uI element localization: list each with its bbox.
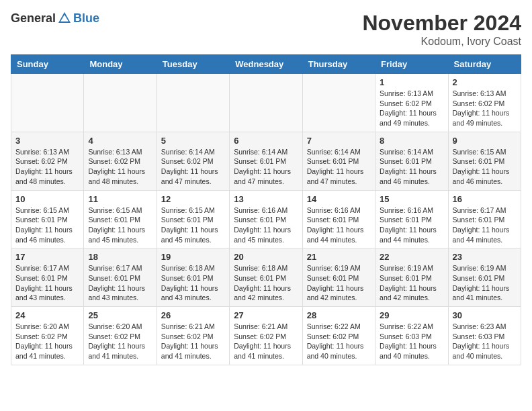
page-subtitle: Kodoum, Ivory Coast bbox=[362, 36, 521, 48]
day-number: 8 bbox=[380, 136, 443, 146]
calendar-cell bbox=[11, 74, 84, 132]
day-number: 10 bbox=[15, 194, 79, 204]
weekday-header: Monday bbox=[84, 55, 157, 74]
day-info: Sunrise: 6:16 AM Sunset: 6:01 PM Dayligh… bbox=[380, 205, 443, 245]
calendar-cell: 4Sunrise: 6:13 AM Sunset: 6:02 PM Daylig… bbox=[84, 132, 157, 190]
day-number: 1 bbox=[380, 77, 443, 87]
day-info: Sunrise: 6:17 AM Sunset: 6:01 PM Dayligh… bbox=[453, 205, 517, 245]
day-info: Sunrise: 6:15 AM Sunset: 6:01 PM Dayligh… bbox=[15, 205, 79, 245]
calendar-cell: 21Sunrise: 6:19 AM Sunset: 6:01 PM Dayli… bbox=[302, 248, 375, 307]
day-info: Sunrise: 6:21 AM Sunset: 6:02 PM Dayligh… bbox=[234, 322, 298, 361]
logo-icon bbox=[57, 11, 72, 26]
day-info: Sunrise: 6:13 AM Sunset: 6:02 PM Dayligh… bbox=[453, 89, 517, 128]
calendar-cell bbox=[302, 74, 375, 132]
day-info: Sunrise: 6:20 AM Sunset: 6:02 PM Dayligh… bbox=[15, 322, 79, 361]
day-number: 3 bbox=[15, 136, 79, 146]
day-number: 20 bbox=[234, 252, 298, 262]
day-number: 25 bbox=[88, 310, 152, 320]
calendar-cell: 28Sunrise: 6:22 AM Sunset: 6:02 PM Dayli… bbox=[302, 307, 375, 365]
day-number: 13 bbox=[234, 194, 298, 204]
day-number: 14 bbox=[307, 194, 371, 204]
calendar-cell: 5Sunrise: 6:14 AM Sunset: 6:02 PM Daylig… bbox=[157, 132, 229, 190]
day-info: Sunrise: 6:17 AM Sunset: 6:01 PM Dayligh… bbox=[88, 263, 152, 303]
day-info: Sunrise: 6:19 AM Sunset: 6:01 PM Dayligh… bbox=[307, 263, 371, 303]
day-number: 5 bbox=[161, 136, 225, 146]
calendar-cell: 2Sunrise: 6:13 AM Sunset: 6:02 PM Daylig… bbox=[448, 74, 521, 132]
weekday-header: Wednesday bbox=[230, 55, 302, 74]
calendar-cell: 18Sunrise: 6:17 AM Sunset: 6:01 PM Dayli… bbox=[84, 248, 157, 307]
calendar-cell: 22Sunrise: 6:19 AM Sunset: 6:01 PM Dayli… bbox=[375, 248, 448, 307]
calendar-cell: 29Sunrise: 6:22 AM Sunset: 6:03 PM Dayli… bbox=[375, 307, 448, 365]
calendar-cell: 7Sunrise: 6:14 AM Sunset: 6:01 PM Daylig… bbox=[302, 132, 375, 190]
day-number: 21 bbox=[307, 252, 371, 262]
day-info: Sunrise: 6:19 AM Sunset: 6:01 PM Dayligh… bbox=[453, 263, 517, 303]
day-info: Sunrise: 6:15 AM Sunset: 6:01 PM Dayligh… bbox=[88, 205, 152, 245]
weekday-header: Saturday bbox=[448, 55, 521, 74]
day-number: 15 bbox=[380, 194, 443, 204]
calendar-cell: 12Sunrise: 6:15 AM Sunset: 6:01 PM Dayli… bbox=[157, 190, 229, 248]
calendar-cell: 25Sunrise: 6:20 AM Sunset: 6:02 PM Dayli… bbox=[84, 307, 157, 365]
day-number: 11 bbox=[88, 194, 152, 204]
day-info: Sunrise: 6:23 AM Sunset: 6:03 PM Dayligh… bbox=[453, 322, 517, 361]
day-number: 17 bbox=[15, 252, 79, 262]
day-info: Sunrise: 6:18 AM Sunset: 6:01 PM Dayligh… bbox=[161, 263, 225, 303]
day-info: Sunrise: 6:14 AM Sunset: 6:01 PM Dayligh… bbox=[380, 147, 443, 187]
calendar-cell: 11Sunrise: 6:15 AM Sunset: 6:01 PM Dayli… bbox=[84, 190, 157, 248]
day-number: 22 bbox=[380, 252, 443, 262]
day-number: 24 bbox=[15, 310, 79, 320]
day-info: Sunrise: 6:20 AM Sunset: 6:02 PM Dayligh… bbox=[88, 322, 152, 361]
calendar-cell: 15Sunrise: 6:16 AM Sunset: 6:01 PM Dayli… bbox=[375, 190, 448, 248]
logo-blue-text: Blue bbox=[73, 11, 99, 26]
calendar-week-row: 17Sunrise: 6:17 AM Sunset: 6:01 PM Dayli… bbox=[11, 248, 521, 307]
calendar-cell: 23Sunrise: 6:19 AM Sunset: 6:01 PM Dayli… bbox=[448, 248, 521, 307]
day-number: 6 bbox=[234, 136, 298, 146]
day-number: 27 bbox=[234, 310, 298, 320]
day-info: Sunrise: 6:22 AM Sunset: 6:02 PM Dayligh… bbox=[307, 322, 371, 361]
calendar-week-row: 1Sunrise: 6:13 AM Sunset: 6:02 PM Daylig… bbox=[11, 74, 521, 132]
calendar-week-row: 3Sunrise: 6:13 AM Sunset: 6:02 PM Daylig… bbox=[11, 132, 521, 190]
day-info: Sunrise: 6:13 AM Sunset: 6:02 PM Dayligh… bbox=[88, 147, 152, 187]
page-header: General Blue November 2024 Kodoum, Ivory… bbox=[11, 11, 521, 48]
calendar-cell: 10Sunrise: 6:15 AM Sunset: 6:01 PM Dayli… bbox=[11, 190, 84, 248]
day-info: Sunrise: 6:13 AM Sunset: 6:02 PM Dayligh… bbox=[15, 147, 79, 187]
day-number: 12 bbox=[161, 194, 225, 204]
day-info: Sunrise: 6:16 AM Sunset: 6:01 PM Dayligh… bbox=[234, 205, 298, 245]
day-number: 23 bbox=[453, 252, 517, 262]
day-number: 9 bbox=[453, 136, 517, 146]
day-number: 26 bbox=[161, 310, 225, 320]
calendar-cell: 14Sunrise: 6:16 AM Sunset: 6:01 PM Dayli… bbox=[302, 190, 375, 248]
day-number: 19 bbox=[161, 252, 225, 262]
day-number: 28 bbox=[307, 310, 371, 320]
calendar-cell: 6Sunrise: 6:14 AM Sunset: 6:01 PM Daylig… bbox=[230, 132, 302, 190]
day-number: 4 bbox=[88, 136, 152, 146]
calendar-cell: 17Sunrise: 6:17 AM Sunset: 6:01 PM Dayli… bbox=[11, 248, 84, 307]
calendar-cell bbox=[230, 74, 302, 132]
calendar-week-row: 10Sunrise: 6:15 AM Sunset: 6:01 PM Dayli… bbox=[11, 190, 521, 248]
weekday-header: Thursday bbox=[302, 55, 375, 74]
day-info: Sunrise: 6:14 AM Sunset: 6:01 PM Dayligh… bbox=[234, 147, 298, 187]
calendar-cell: 19Sunrise: 6:18 AM Sunset: 6:01 PM Dayli… bbox=[157, 248, 229, 307]
day-number: 7 bbox=[307, 136, 371, 146]
calendar-cell: 27Sunrise: 6:21 AM Sunset: 6:02 PM Dayli… bbox=[230, 307, 302, 365]
calendar-cell: 1Sunrise: 6:13 AM Sunset: 6:02 PM Daylig… bbox=[375, 74, 448, 132]
calendar-cell: 26Sunrise: 6:21 AM Sunset: 6:02 PM Dayli… bbox=[157, 307, 229, 365]
page-title: November 2024 bbox=[362, 11, 521, 36]
day-info: Sunrise: 6:19 AM Sunset: 6:01 PM Dayligh… bbox=[380, 263, 443, 303]
day-info: Sunrise: 6:22 AM Sunset: 6:03 PM Dayligh… bbox=[380, 322, 443, 361]
calendar-week-row: 24Sunrise: 6:20 AM Sunset: 6:02 PM Dayli… bbox=[11, 307, 521, 365]
logo-general-text: General bbox=[11, 11, 56, 26]
day-info: Sunrise: 6:15 AM Sunset: 6:01 PM Dayligh… bbox=[161, 205, 225, 245]
day-number: 29 bbox=[380, 310, 443, 320]
day-info: Sunrise: 6:13 AM Sunset: 6:02 PM Dayligh… bbox=[380, 89, 443, 128]
title-block: November 2024 Kodoum, Ivory Coast bbox=[362, 11, 521, 48]
calendar-cell: 16Sunrise: 6:17 AM Sunset: 6:01 PM Dayli… bbox=[448, 190, 521, 248]
day-number: 16 bbox=[453, 194, 517, 204]
weekday-header: Friday bbox=[375, 55, 448, 74]
weekday-header: Sunday bbox=[11, 55, 84, 74]
day-info: Sunrise: 6:17 AM Sunset: 6:01 PM Dayligh… bbox=[15, 263, 79, 303]
calendar-cell: 9Sunrise: 6:15 AM Sunset: 6:01 PM Daylig… bbox=[448, 132, 521, 190]
day-info: Sunrise: 6:21 AM Sunset: 6:02 PM Dayligh… bbox=[161, 322, 225, 361]
calendar-cell: 13Sunrise: 6:16 AM Sunset: 6:01 PM Dayli… bbox=[230, 190, 302, 248]
day-number: 30 bbox=[453, 310, 517, 320]
day-number: 2 bbox=[453, 77, 517, 87]
